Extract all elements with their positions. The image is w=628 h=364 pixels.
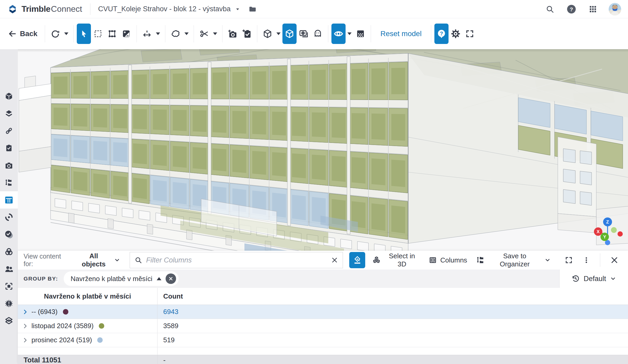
sidebar-item-data-table[interactable]	[0, 191, 18, 209]
gear-icon	[451, 29, 460, 38]
sidebar-item-organizer[interactable]	[0, 174, 18, 191]
section-dropdown-caret[interactable]	[211, 24, 219, 44]
snapshot-button[interactable]	[226, 24, 240, 44]
help-button[interactable]: ?	[567, 4, 576, 14]
project-folder-button[interactable]	[248, 5, 257, 13]
transform-select-button[interactable]	[105, 24, 119, 44]
svg-text:?: ?	[440, 31, 443, 36]
sidebar-item-sketchup[interactable]	[0, 312, 18, 329]
cube-icon	[263, 29, 272, 39]
remove-group-by-button[interactable]	[166, 273, 176, 284]
redo-view-button[interactable]	[48, 24, 62, 44]
sidebar-item-focus[interactable]	[0, 278, 18, 295]
help-icon: ?	[567, 4, 576, 14]
close-panel-button[interactable]	[608, 256, 621, 264]
property-grid-button[interactable]	[353, 24, 368, 44]
group-by-label: GROUP BY:	[24, 276, 58, 282]
toolbar-help-button[interactable]: ?	[434, 24, 449, 44]
visibility-button[interactable]	[331, 24, 346, 44]
sidebar-item-orbit[interactable]	[0, 209, 18, 226]
model-viewport[interactable]: Z X Y	[18, 49, 628, 251]
save-to-organizer-button[interactable]: Save to Organizer	[474, 252, 553, 268]
clear-filter-button[interactable]	[331, 257, 338, 264]
table-row[interactable]: -- (6943) 6943	[18, 305, 628, 319]
gizmo-dot-green[interactable]	[611, 227, 617, 233]
cube-filled-icon	[285, 29, 294, 39]
group-by-value: Navrženo k platbě v měsíci	[70, 275, 152, 283]
camera-plus-icon	[228, 29, 238, 39]
sidebar-item-links[interactable]	[0, 122, 18, 139]
sidebar-item-team[interactable]	[0, 260, 18, 278]
presentation-button[interactable]	[297, 24, 311, 44]
project-name: CVUT_Koleje Strahov - blok 12 - výstavba	[98, 5, 231, 13]
cube-filled-icon	[4, 92, 13, 101]
select-in-3d-button[interactable]: Select in 3D	[370, 252, 422, 268]
brand-secondary: Connect	[51, 4, 82, 14]
column-header-group[interactable]: Navrženo k platbě v měsíci	[18, 288, 157, 305]
measure-tool-button[interactable]: x	[140, 24, 154, 44]
colorize-button[interactable]	[349, 252, 365, 268]
eye-icon	[334, 29, 343, 39]
expand-panel-button[interactable]	[562, 256, 575, 264]
gizmo-dot-red[interactable]	[618, 231, 623, 237]
markup-cloud-button[interactable]	[168, 24, 183, 44]
row-count[interactable]: 519	[157, 333, 628, 347]
section-cut-button[interactable]	[197, 24, 211, 44]
apps-grid-button[interactable]	[589, 5, 597, 13]
expand-row-icon[interactable]	[22, 323, 28, 329]
row-color-dot	[97, 337, 103, 343]
measure-dropdown-caret[interactable]	[154, 24, 162, 44]
project-selector[interactable]: CVUT_Koleje Strahov - blok 12 - výstavba	[98, 5, 241, 13]
global-search-button[interactable]	[546, 5, 554, 13]
user-avatar[interactable]	[609, 3, 621, 15]
reset-model-button[interactable]: Reset model	[374, 24, 428, 44]
save-to-organizer-label: Save to Organizer	[488, 252, 541, 268]
sort-asc-icon[interactable]	[157, 277, 161, 280]
view-content-dropdown[interactable]: All objects	[75, 252, 122, 268]
table-row[interactable]: listopad 2024 (3589) 3589	[18, 319, 628, 333]
ghost-mode-button[interactable]	[311, 24, 325, 44]
focus-frame-icon	[4, 282, 13, 291]
knot-icon	[4, 247, 13, 256]
sidebar-item-models[interactable]	[0, 88, 18, 105]
fullscreen-button[interactable]	[463, 24, 477, 44]
navigation-gizmo[interactable]: Z X Y	[592, 216, 626, 247]
markup-dropdown-caret[interactable]	[183, 24, 190, 44]
table-row[interactable]: prosinec 2024 (519) 519	[18, 333, 628, 347]
3d-model-canvas[interactable]	[18, 49, 628, 251]
sidebar-item-status-sharing[interactable]	[0, 226, 18, 243]
columns-button[interactable]: Columns	[427, 256, 469, 264]
trimble-connect-app: TrimbleConnect CVUT_Koleje Strahov - blo…	[0, 0, 628, 364]
row-count[interactable]: 3589	[157, 319, 628, 333]
back-button[interactable]: Back	[4, 24, 42, 44]
sidebar-item-layers[interactable]	[0, 105, 18, 122]
visibility-dropdown-caret[interactable]	[346, 24, 353, 44]
view-preset-dropdown[interactable]: Default	[559, 270, 628, 288]
invert-selection-button[interactable]	[119, 24, 133, 44]
marquee-select-button[interactable]	[91, 24, 105, 44]
column-header-count[interactable]: Count	[157, 288, 628, 305]
settings-button[interactable]	[449, 24, 463, 44]
view-mode-button[interactable]	[260, 24, 275, 44]
sidebar-item-views[interactable]	[0, 157, 18, 174]
sidebar-item-clash[interactable]	[0, 295, 18, 312]
redo-dropdown-caret[interactable]	[62, 24, 70, 44]
panel-menu-button[interactable]	[580, 256, 593, 264]
expand-row-ic on[interactable]	[22, 337, 28, 343]
panel-divider	[600, 253, 600, 267]
filter-columns-input[interactable]	[146, 256, 327, 265]
sidebar-item-todos[interactable]	[0, 139, 18, 157]
apps-grid-icon	[589, 5, 597, 13]
table-header: Navrženo k platbě v měsíci Count	[18, 288, 628, 305]
group-by-chip[interactable]: Navrženo k platbě v měsíci	[64, 271, 178, 286]
expand-row-icon[interactable]	[22, 309, 28, 315]
view-mode-dropdown-caret[interactable]	[275, 24, 282, 44]
row-count[interactable]: 6943	[157, 305, 628, 319]
sidebar-item-trimbim[interactable]	[0, 243, 18, 260]
trimble-logo[interactable]: TrimbleConnect	[7, 3, 82, 15]
select-tool-button[interactable]	[77, 24, 91, 44]
shaded-mode-button[interactable]	[282, 24, 297, 44]
revision-cloud-icon	[171, 29, 181, 39]
create-todo-button[interactable]	[240, 24, 254, 44]
select-in-3d-label: Select in 3D	[384, 252, 420, 268]
